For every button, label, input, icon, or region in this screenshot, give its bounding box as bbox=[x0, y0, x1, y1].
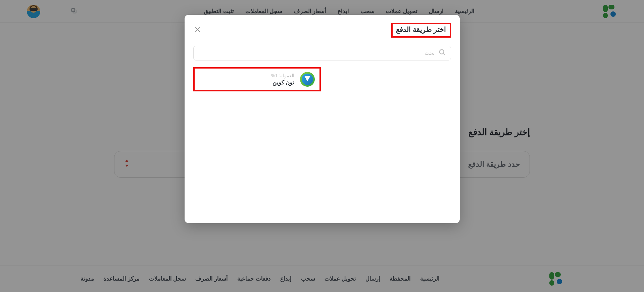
toncoin-icon bbox=[300, 72, 315, 87]
option-commission: العمولة: 1% bbox=[271, 73, 294, 78]
payment-option-toncoin[interactable]: العمولة: 1% تون كوين bbox=[193, 67, 321, 91]
search-icon bbox=[439, 49, 446, 57]
close-icon[interactable] bbox=[193, 25, 202, 35]
search-field-wrap[interactable] bbox=[193, 46, 451, 60]
modal-title: اختر طريقة الدفع bbox=[391, 23, 451, 38]
payment-method-modal: اختر طريقة الدفع العمولة: 1% تون كوين bbox=[185, 15, 460, 223]
search-input[interactable] bbox=[198, 50, 435, 56]
svg-line-13 bbox=[443, 53, 445, 55]
option-name: تون كوين bbox=[271, 79, 294, 86]
option-text: العمولة: 1% تون كوين bbox=[271, 73, 294, 86]
modal-header: اختر طريقة الدفع bbox=[193, 23, 451, 38]
svg-point-12 bbox=[439, 50, 444, 54]
